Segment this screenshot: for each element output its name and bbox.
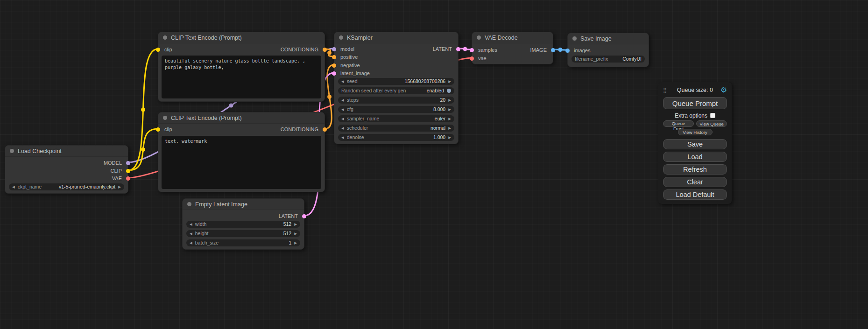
port-conditioning-output[interactable]	[323, 48, 327, 52]
widget-value: 20	[440, 97, 446, 104]
node-vae-decode[interactable]: VAE Decode samples vae IMAGE	[472, 32, 553, 64]
collapse-dot[interactable]	[10, 149, 14, 153]
port-vae-output[interactable]	[126, 176, 130, 181]
port-images-input[interactable]	[565, 49, 570, 53]
node-header[interactable]: CLIP Text Encode (Prompt)	[158, 32, 325, 43]
decrement-arrow-icon[interactable]: ◀	[341, 134, 344, 141]
widget-random-seed-toggle[interactable]: Random seed after every gen enabled	[338, 87, 454, 94]
port-samples-input[interactable]	[470, 48, 474, 52]
collapse-dot[interactable]	[163, 116, 167, 120]
node-empty-latent-image[interactable]: Empty Latent Image LATENT ◀ width 512 ▶ …	[182, 198, 304, 250]
widget-label: steps	[347, 97, 438, 104]
widget-label: filename_prefix	[575, 56, 620, 63]
drag-handle-icon[interactable]: ⣿	[663, 87, 667, 93]
port-model-output[interactable]	[126, 161, 130, 165]
widget-label: cfg	[347, 106, 430, 113]
prompt-text-area[interactable]: text, watermark	[162, 136, 321, 189]
queue-front-button[interactable]: Queue Front	[663, 120, 694, 127]
save-button[interactable]: Save	[663, 139, 727, 149]
collapse-dot[interactable]	[187, 202, 191, 206]
queue-prompt-button[interactable]: Queue Prompt	[663, 97, 727, 109]
port-latent-image-input[interactable]	[332, 71, 336, 76]
widget-filename-prefix[interactable]: filename_prefix ComfyUI	[572, 56, 645, 63]
load-default-button[interactable]: Load Default	[663, 189, 727, 200]
port-clip-output[interactable]	[126, 169, 130, 173]
wire-conditioning-positive-midpoint	[327, 51, 332, 55]
node-save-image[interactable]: Save Image images filename_prefix ComfyU…	[567, 33, 649, 67]
node-graph-canvas[interactable]: Load Checkpoint MODEL CLIP VAE ◀ ckpt_na…	[0, 0, 868, 329]
collapse-dot[interactable]	[572, 36, 577, 41]
increment-arrow-icon[interactable]: ▶	[294, 230, 297, 237]
decrement-arrow-icon[interactable]: ◀	[190, 239, 192, 246]
widget-seed[interactable]: ◀ seed 156680208700286 ▶	[338, 78, 454, 85]
collapse-dot[interactable]	[339, 35, 343, 40]
settings-gear-icon[interactable]: ⚙	[720, 86, 727, 94]
decrement-arrow-icon[interactable]: ◀	[190, 221, 192, 228]
widget-ckpt-name[interactable]: ◀ ckpt_name v1-5-pruned-emaonly.ckpt ▶	[9, 183, 124, 190]
port-vae-input[interactable]	[470, 56, 474, 61]
increment-arrow-icon[interactable]: ▶	[448, 106, 451, 113]
decrement-arrow-icon[interactable]: ◀	[190, 230, 192, 237]
increment-arrow-icon[interactable]: ▶	[294, 221, 297, 228]
node-clip-text-encode-positive[interactable]: CLIP Text Encode (Prompt) clip CONDITION…	[158, 32, 325, 102]
port-clip-input[interactable]	[156, 127, 160, 132]
port-latent-output[interactable]	[456, 47, 460, 51]
decrement-arrow-icon[interactable]: ◀	[12, 183, 15, 190]
increment-arrow-icon[interactable]: ▶	[294, 239, 297, 246]
widget-batch-size[interactable]: ◀ batch_size 1 ▶	[186, 239, 300, 246]
queue-panel-header: ⣿ Queue size: 0 ⚙	[663, 85, 727, 95]
port-latent-output[interactable]	[302, 214, 306, 218]
slot-label-latent-image-input: latent_image	[340, 70, 370, 77]
widget-cfg[interactable]: ◀ cfg 8.000 ▶	[338, 106, 454, 113]
decrement-arrow-icon[interactable]: ◀	[341, 125, 344, 132]
widget-steps[interactable]: ◀ steps 20 ▶	[338, 97, 454, 104]
node-header[interactable]: Save Image	[568, 33, 649, 44]
decrement-arrow-icon[interactable]: ◀	[341, 78, 344, 85]
port-model-input[interactable]	[332, 47, 336, 51]
port-negative-input[interactable]	[332, 63, 336, 68]
collapse-dot[interactable]	[163, 35, 167, 40]
widget-value: 8.000	[433, 106, 445, 113]
node-header[interactable]: VAE Decode	[472, 32, 553, 43]
decrement-arrow-icon[interactable]: ◀	[341, 115, 344, 122]
increment-arrow-icon[interactable]: ▶	[448, 125, 451, 132]
increment-arrow-icon[interactable]: ▶	[448, 97, 451, 104]
decrement-arrow-icon[interactable]: ◀	[341, 106, 344, 113]
decrement-arrow-icon[interactable]: ◀	[341, 97, 344, 104]
collapse-dot[interactable]	[477, 35, 481, 40]
widget-width[interactable]: ◀ width 512 ▶	[186, 221, 300, 228]
view-history-row: View History	[663, 129, 727, 135]
port-image-output[interactable]	[551, 48, 555, 52]
widget-height[interactable]: ◀ height 512 ▶	[186, 230, 300, 237]
extra-options-checkbox[interactable]	[710, 113, 715, 118]
wire-images-midpoint	[558, 48, 563, 52]
widget-denoise[interactable]: ◀ denoise 1.000 ▶	[338, 134, 454, 141]
port-clip-input[interactable]	[156, 48, 160, 52]
widget-value: normal	[430, 125, 445, 132]
prompt-text-area[interactable]: beautiful scenery nature glass bottle la…	[162, 56, 321, 98]
increment-arrow-icon[interactable]: ▶	[118, 183, 121, 190]
refresh-button[interactable]: Refresh	[663, 164, 727, 175]
node-ksampler[interactable]: KSampler model positive negative latent_…	[334, 32, 459, 144]
toggle-knob[interactable]	[447, 89, 451, 93]
increment-arrow-icon[interactable]: ▶	[448, 78, 451, 85]
queue-panel: ⣿ Queue size: 0 ⚙ Queue Prompt Extra opt…	[658, 82, 732, 204]
node-header[interactable]: Load Checkpoint	[5, 146, 128, 157]
widget-sampler-name[interactable]: ◀ sampler_name euler ▶	[338, 115, 454, 122]
node-clip-text-encode-negative[interactable]: CLIP Text Encode (Prompt) clip CONDITION…	[158, 112, 325, 192]
view-history-button[interactable]: View History	[678, 129, 713, 135]
wire-samples-midpoint	[463, 47, 467, 51]
widget-scheduler[interactable]: ◀ scheduler normal ▶	[338, 125, 454, 132]
port-conditioning-output[interactable]	[323, 127, 327, 132]
node-load-checkpoint[interactable]: Load Checkpoint MODEL CLIP VAE ◀ ckpt_na…	[5, 145, 128, 194]
increment-arrow-icon[interactable]: ▶	[448, 134, 451, 141]
node-header[interactable]: Empty Latent Image	[183, 199, 304, 210]
slot-label-clip-input: clip	[164, 47, 172, 53]
node-header[interactable]: CLIP Text Encode (Prompt)	[158, 112, 325, 124]
view-queue-button[interactable]: View Queue	[696, 120, 727, 127]
clear-button[interactable]: Clear	[663, 177, 727, 187]
node-header[interactable]: KSampler	[334, 32, 458, 43]
load-button[interactable]: Load	[663, 152, 727, 162]
increment-arrow-icon[interactable]: ▶	[448, 115, 451, 122]
port-positive-input[interactable]	[332, 55, 336, 59]
